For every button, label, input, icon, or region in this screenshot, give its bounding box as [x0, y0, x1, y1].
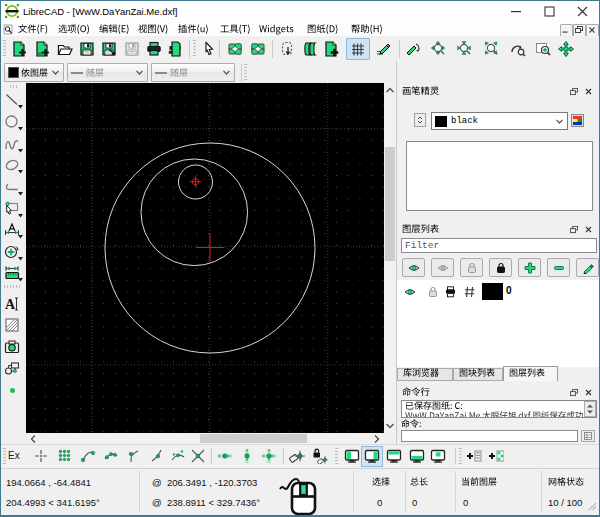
- svg-text:A: A: [5, 297, 16, 312]
